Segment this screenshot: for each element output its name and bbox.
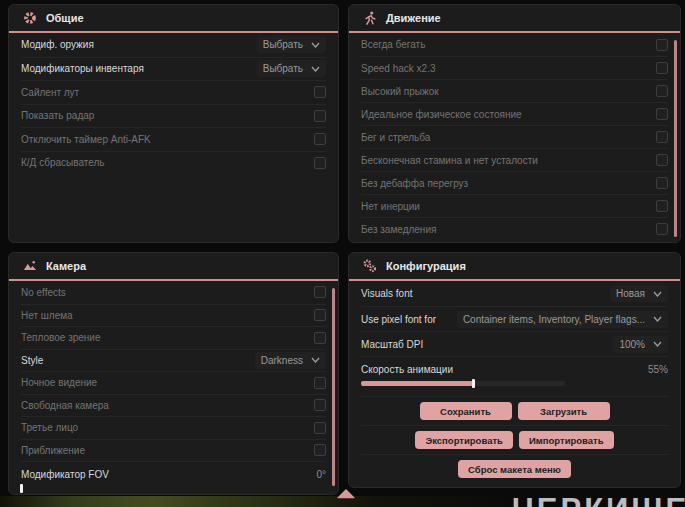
row-night-vision[interactable]: Ночное видение [21,371,326,394]
row-no-overload-debuff[interactable]: Без дебаффа перегруз [361,171,668,194]
row-label: Нет инерции [361,201,420,212]
checkbox[interactable] [314,286,326,298]
import-button[interactable]: Импортировать [519,431,614,449]
row-anti-afk[interactable]: Отключить таймер Anti-AFK [21,127,326,151]
row-label: Speed hack x2.3 [361,63,436,74]
row-cooldown-reset[interactable]: К/Д сбрасыватель [21,151,326,175]
checkbox[interactable] [314,422,326,434]
watermark-text: ЧЕРКИШЕ [512,492,685,507]
row-label: К/Д сбрасыватель [21,157,104,168]
row-high-jump[interactable]: Высокий прыжок [361,79,668,102]
checkbox[interactable] [656,177,668,189]
button-row-reset: Сброс макета меню [361,454,668,483]
checkbox[interactable] [656,39,668,51]
style-dropdown[interactable]: Darkness [255,352,326,369]
row-infinite-stamina[interactable]: Бесконечная стамина и нет усталости [361,148,668,171]
row-label: Показать радар [21,110,94,121]
panel-camera-header[interactable]: Камера [9,253,338,279]
row-speed-hack[interactable]: Speed hack x2.3 [361,56,668,79]
button-row-export-import: Экспортировать Импортировать [361,425,668,454]
pixel-font-dropdown[interactable]: Container items, Inventory, Player flags… [457,311,668,328]
checkbox[interactable] [314,399,326,411]
checkbox[interactable] [314,133,326,145]
panel-title: Общие [46,12,84,24]
running-person-icon [363,11,377,25]
row-show-radar[interactable]: Показать радар [21,104,326,128]
row-label: Приближение [21,445,85,456]
panel-movement-header[interactable]: Движение [349,5,680,31]
checkbox[interactable] [656,85,668,97]
row-label: Отключить таймер Anti-AFK [21,134,151,145]
row-visuals-font: Visuals font Новая [361,281,668,306]
checkbox[interactable] [656,62,668,74]
checkbox[interactable] [656,131,668,143]
row-animation-speed: Скорость анимации 55% [361,356,668,394]
checkbox[interactable] [656,154,668,166]
checkbox[interactable] [314,444,326,456]
pink-triangle-cursor [337,489,355,498]
fov-slider[interactable] [21,484,141,492]
row-run-and-shoot[interactable]: Бег и стрельба [361,125,668,148]
row-label: Без дебаффа перегруз [361,178,468,189]
row-label: Нет шлема [21,310,73,321]
row-label: Бег и стрельба [361,132,430,143]
row-label: Тепловое зрение [21,332,101,343]
row-weapon-mod: Модиф. оружия Выбрать [21,33,326,57]
checkbox[interactable] [314,377,326,389]
row-label: Visuals font [361,288,413,299]
row-thermal-vision[interactable]: Тепловое зрение [21,326,326,349]
panel-title: Движение [386,12,441,24]
panel-general-header[interactable]: Общие [9,5,338,31]
checkbox[interactable] [314,309,326,321]
animation-speed-slider[interactable] [361,381,565,386]
row-label: Модиф. оружия [21,39,94,50]
row-no-helmet[interactable]: Нет шлема [21,304,326,327]
checkbox[interactable] [314,332,326,344]
checkbox[interactable] [314,86,326,98]
slider-handle[interactable] [472,379,475,388]
row-label: Идеальное физическое состояние [361,109,522,120]
reset-layout-button[interactable]: Сброс макета меню [458,460,571,478]
visuals-font-dropdown[interactable]: Новая [610,285,668,302]
checkbox[interactable] [314,110,326,122]
panel-movement: Движение Всегда бегать Speed hack x2.3 В… [348,4,681,243]
scrollbar[interactable] [674,40,677,237]
load-button[interactable]: Загрузить [518,402,610,420]
row-fov-modifier: Модификатор FOV 0° [21,461,326,495]
checkbox[interactable] [314,157,326,169]
image-mountains-icon [23,259,37,273]
row-silent-loot[interactable]: Сайлент лут [21,80,326,104]
inventory-mods-dropdown[interactable]: Выбрать [257,60,326,77]
row-always-run[interactable]: Всегда бегать [361,33,668,56]
row-third-person[interactable]: Третье лицо [21,416,326,439]
fov-value: 0° [316,469,326,480]
row-label: Всегда бегать [361,39,425,50]
save-button[interactable]: Сохранить [420,402,512,420]
scrollbar[interactable] [332,288,335,486]
row-label: Style [21,355,43,366]
row-free-camera[interactable]: Свободная камера [21,394,326,417]
row-perfect-condition[interactable]: Идеальное физическое состояние [361,102,668,125]
chevron-down-icon [311,357,320,363]
fov-slider-handle[interactable] [20,484,23,493]
row-label: Скорость анимации [361,364,453,375]
checkbox[interactable] [656,200,668,212]
row-zoom[interactable]: Приближение [21,439,326,462]
slider-fill [361,381,473,386]
row-label: Модификатор FOV [21,469,109,480]
row-no-inertia[interactable]: Нет инерции [361,194,668,217]
button-row-save-load: Сохранить Загрузить [361,396,668,425]
panel-general: Общие Модиф. оружия Выбрать Модификаторы… [8,4,339,243]
panel-config-header[interactable]: Конфигурация [349,253,680,279]
weapon-mod-dropdown[interactable]: Выбрать [257,36,326,53]
chevron-down-icon [653,316,662,322]
export-button[interactable]: Экспортировать [415,431,512,449]
checkbox[interactable] [656,108,668,120]
panel-title: Камера [46,260,86,272]
row-no-slowdown[interactable]: Без замедления [361,217,668,240]
panel-title: Конфигурация [386,260,466,272]
row-label: Свободная камера [21,400,109,411]
dpi-scale-dropdown[interactable]: 100% [613,336,668,353]
checkbox[interactable] [656,223,668,235]
row-no-effects[interactable]: No effects [21,281,326,304]
